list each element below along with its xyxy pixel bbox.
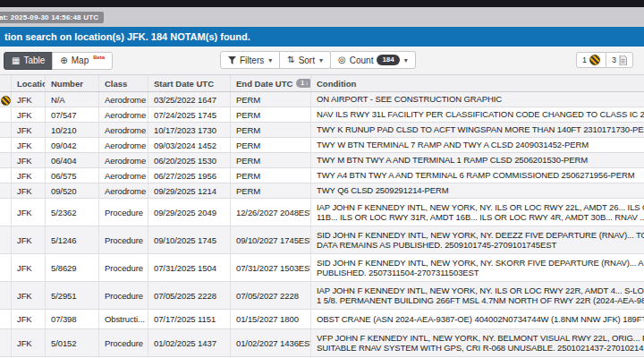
cell-location: JFK: [12, 282, 46, 309]
cell-location: JFK: [12, 329, 46, 356]
cell-class: Aerodrome: [99, 107, 148, 122]
cell-end-date: 01/02/2027 1436EST: [231, 329, 311, 356]
cell-number: 06/575: [46, 168, 99, 183]
row-icon-cell: [0, 168, 12, 183]
condition-line: TWY W BTN TERMINAL 7 RAMP AND TWY A CLSD…: [317, 140, 644, 150]
row-icon-cell: [0, 92, 12, 107]
cell-class: Procedure: [99, 226, 148, 253]
table-row[interactable]: JFK5/2362Procedure09/29/2025 204912/26/2…: [0, 199, 644, 226]
results-banner-text: tion search on location(s) JFK. 184 NOTA…: [4, 31, 250, 42]
cell-class: Aerodrome: [99, 138, 148, 152]
top-navy-bar: [0, 0, 644, 7]
filter-icon: [228, 56, 236, 64]
table-row[interactable]: JFK5/8629Procedure07/31/2025 150407/31/2…: [0, 254, 644, 282]
documents-button[interactable]: 3: [606, 52, 633, 68]
construction-graphic-icon[interactable]: [1, 96, 11, 106]
filter-sort-count-group: Filters ▾ ⇅ Sort ▾ ◎ Count 184 ▾: [220, 51, 416, 69]
map-beta-badge: Beta: [93, 55, 105, 60]
map-view-button[interactable]: ⊕ Map Beta: [52, 52, 113, 70]
cell-class: Obstructi...: [99, 310, 148, 328]
results-banner: tion search on location(s) JFK. 184 NOTA…: [0, 27, 644, 47]
cell-start-date: 10/17/2023 1730: [148, 123, 231, 137]
condition-line: IAP JOHN F KENNEDY INTL, NEW YORK, NY. I…: [317, 202, 644, 213]
cell-number: 06/404: [46, 153, 99, 167]
table-header: Location Number Class Start Date UTC End…: [0, 75, 644, 92]
caret-down-icon: ▾: [268, 56, 272, 64]
cell-end-date: PERM: [231, 107, 311, 122]
condition-line: 11B... ILS OR LOC RWY 31R, AMDT 16B... I…: [317, 212, 644, 223]
cell-location: JFK: [12, 153, 46, 167]
condition-line: OBST CRANE (ASN 2024-AEA-9387-OE) 404002…: [317, 314, 644, 325]
cell-number: 07/398: [46, 310, 99, 328]
table-row[interactable]: JFKN/AAerodrome03/25/2022 1647PERMON AIR…: [0, 92, 644, 107]
view-toggle-group: ▦ Table ⊕ Map Beta: [4, 52, 113, 70]
condition-line: SID JOHN F KENNEDY INTL, NEW YORK, NY. S…: [317, 258, 644, 268]
condition-line: TWY K RUNUP PAD CLSD TO ACFT WINGSPAN MO…: [317, 124, 644, 135]
cell-start-date: 06/27/2025 1956: [148, 168, 231, 183]
header-location[interactable]: Location: [12, 75, 46, 91]
sort-label: Sort: [299, 55, 315, 65]
sort-button[interactable]: ⇅ Sort ▾: [279, 51, 331, 69]
cell-location: JFK: [12, 183, 46, 198]
cell-number: 5/2362: [46, 199, 99, 226]
filters-button[interactable]: Filters ▾: [220, 51, 280, 69]
cell-end-date: PERM: [231, 153, 311, 167]
count-badge: 184: [377, 55, 399, 65]
cell-number: N/A: [46, 92, 99, 107]
cell-condition: SID JOHN F KENNEDY INTL, NEW YORK, NY. S…: [311, 254, 644, 281]
cell-start-date: 07/31/2025 1504: [148, 254, 231, 281]
cell-class: Aerodrome: [99, 183, 148, 198]
table-row[interactable]: JFK07/547Aerodrome07/24/2025 1745PERMNAV…: [0, 107, 644, 123]
cell-start-date: 09/29/2025 1214: [148, 183, 231, 198]
cell-condition: TWY A4 BTN TWY A AND TERMINAL 6 RAMP COM…: [311, 168, 644, 183]
cell-number: 5/2951: [46, 282, 99, 309]
cell-end-date: 07/31/2027 1503EST: [231, 254, 311, 281]
table-row[interactable]: JFK09/520Aerodrome09/29/2025 1214PERMTWY…: [0, 183, 644, 199]
row-icon-cell: [0, 329, 12, 356]
row-icon-cell: [0, 282, 12, 309]
cell-condition: TWY K RUNUP PAD CLSD TO ACFT WINGSPAN MO…: [311, 123, 644, 137]
cell-number: 07/547: [46, 107, 99, 122]
table-row[interactable]: JFK5/1246Procedure09/10/2025 174509/10/2…: [0, 226, 644, 254]
cell-start-date: 03/25/2022 1647: [148, 92, 231, 107]
cell-condition: TWY M BTN TWY A AND TERMINAL 1 RAMP CLSD…: [311, 153, 644, 167]
table-row[interactable]: JFK07/398Obstructi...07/17/2025 115101/1…: [0, 310, 644, 329]
generated-timestamp-chip: at: 2025-09-30 14:56:48 UTC: [0, 12, 104, 23]
condition-line: IAP JOHN F KENNEDY INTL, NEW YORK, NY. I…: [317, 286, 644, 296]
table-row[interactable]: JFK5/2951Procedure07/05/2025 222807/05/2…: [0, 282, 644, 310]
header-number[interactable]: Number: [46, 75, 99, 91]
table-body: JFKN/AAerodrome03/25/2022 1647PERMON AIR…: [0, 92, 644, 357]
caret-down-icon: ▾: [404, 56, 408, 64]
header-class[interactable]: Class: [99, 75, 148, 91]
sort-order-badge: 1↓: [296, 79, 311, 88]
document-icon: [619, 55, 627, 65]
cell-condition: TWY Q6 CLSD 2509291214-PERM: [311, 183, 644, 198]
header-start-date[interactable]: Start Date UTC: [148, 75, 231, 91]
construction-graphics-button[interactable]: 1: [576, 52, 606, 68]
condition-line: TWY A4 BTN TWY A AND TERMINAL 6 RAMP COM…: [317, 170, 644, 181]
globe-icon: ⊕: [60, 56, 67, 65]
table-row[interactable]: JFK09/042Aerodrome09/03/2024 1452PERMTWY…: [0, 138, 644, 153]
cell-class: Procedure: [99, 254, 148, 281]
map-view-label: Map: [72, 55, 89, 65]
row-icon-cell: [0, 199, 12, 226]
table-view-button[interactable]: ▦ Table: [4, 52, 53, 70]
sort-icon: ⇅: [287, 55, 294, 64]
cell-start-date: 09/03/2024 1452: [148, 138, 231, 152]
count-button[interactable]: ◎ Count 184 ▾: [330, 51, 416, 69]
table-row[interactable]: JFK5/0152Procedure01/02/2025 143701/02/2…: [0, 329, 644, 357]
header-end-date[interactable]: End Date UTC 1↓: [231, 75, 311, 91]
cell-end-date: 07/05/2027 2228: [231, 282, 311, 309]
row-icon-cell: [0, 138, 12, 152]
cell-location: JFK: [12, 168, 46, 183]
row-icon-cell: [0, 183, 12, 198]
table-row[interactable]: JFK10/210Aerodrome10/17/2023 1730PERMTWY…: [0, 123, 644, 138]
table-row[interactable]: JFK06/404Aerodrome06/20/2025 1530PERMTWY…: [0, 153, 644, 168]
cell-start-date: 09/29/2025 2049: [148, 199, 231, 226]
row-icon-cell: [0, 310, 12, 328]
filters-label: Filters: [240, 55, 264, 65]
cell-end-date: PERM: [231, 92, 311, 107]
row-icon-cell: [0, 226, 12, 253]
table-row[interactable]: JFK06/575Aerodrome06/27/2025 1956PERMTWY…: [0, 168, 644, 183]
header-condition[interactable]: Condition: [311, 75, 644, 91]
